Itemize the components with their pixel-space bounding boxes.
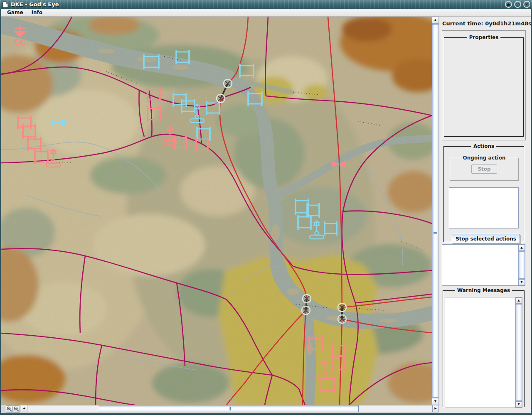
up-arrow-icon: ▲ — [517, 299, 520, 302]
properties-title: Properties — [467, 34, 501, 40]
window-document-icon — [2, 1, 8, 8]
stop-selected-actions-button[interactable]: Stop selected actions — [452, 234, 520, 243]
minimize-icon: ● — [507, 2, 510, 7]
maximize-icon: ○ — [516, 2, 520, 7]
scroll-up-button[interactable]: ▲ — [515, 297, 522, 304]
scroll-grip-icon — [228, 407, 231, 410]
menu-info[interactable]: Info — [28, 9, 46, 16]
up-arrow-icon: ▲ — [434, 19, 436, 22]
vertical-scroll-thumb[interactable] — [518, 251, 525, 279]
control-panel: Current time: 0y0d1h21m48s Properties Ac… — [439, 17, 531, 413]
horizontal-scroll-thumb[interactable] — [99, 405, 359, 412]
map-canvas: CC — [1, 17, 432, 405]
current-time-label: Current time: 0y0d1h21m48s — [442, 20, 532, 27]
scroll-up-button[interactable]: ▲ — [518, 245, 525, 251]
scroll-down-button[interactable]: ▼ — [518, 279, 525, 285]
map-viewport[interactable]: CC — [1, 17, 432, 405]
events-list-scrollbar[interactable]: ▲ ▼ — [518, 245, 525, 285]
scroll-up-button[interactable]: ▲ — [432, 17, 438, 24]
map-horizontal-scrollbar[interactable]: ◀ ▶ — [21, 405, 439, 412]
warnings-scrollbar[interactable]: ▲ ▼ — [515, 297, 522, 408]
up-arrow-icon: ▲ — [520, 246, 522, 249]
vertical-scroll-thumb[interactable] — [515, 304, 522, 401]
ongoing-action-title: Ongoing action — [461, 155, 508, 161]
actions-list[interactable] — [449, 187, 519, 228]
zoom-out-icon — [14, 406, 19, 412]
stop-button[interactable]: Stop — [471, 165, 497, 174]
zoom-in-button[interactable] — [6, 405, 13, 413]
down-arrow-icon: ▼ — [517, 403, 520, 406]
warning-messages-groupbox: Warning Messages ▲ ▼ — [443, 287, 525, 407]
menu-game[interactable]: Game — [4, 9, 27, 16]
vertical-scroll-thumb[interactable] — [432, 24, 438, 398]
scroll-grip-icon — [433, 232, 437, 236]
window-title: DKE - God's Eye — [11, 1, 59, 7]
map-bottom-bar: ◀ ▶ — [1, 405, 439, 413]
warning-messages-list[interactable]: ▲ ▼ — [445, 297, 522, 408]
actions-groupbox: Actions Ongoing action Stop Stop selecte… — [443, 143, 524, 242]
properties-groupbox: Properties — [444, 34, 524, 137]
ongoing-action-groupbox: Ongoing action Stop — [450, 155, 519, 181]
menu-bar: Game Info — [1, 9, 531, 17]
svg-text:CC: CC — [14, 37, 26, 47]
down-arrow-icon: ▼ — [434, 400, 436, 403]
zoom-out-button[interactable] — [13, 405, 20, 413]
right-arrow-icon: ▶ — [434, 407, 436, 410]
app-window: DKE - God's Eye ● ○ ✕ Game Info — [0, 0, 532, 415]
events-list[interactable]: ▲ ▼ — [442, 244, 525, 286]
title-bar[interactable]: DKE - God's Eye ● ○ ✕ — [0, 0, 532, 9]
properties-panel: Properties — [442, 30, 526, 140]
actions-title: Actions — [471, 143, 496, 149]
scroll-right-button[interactable]: ▶ — [432, 405, 438, 412]
scroll-down-button[interactable]: ▼ — [432, 398, 438, 405]
window-controls: ● ○ ✕ — [505, 1, 530, 8]
zoom-in-icon — [7, 406, 12, 412]
scroll-down-button[interactable]: ▼ — [515, 401, 522, 408]
scroll-left-button[interactable]: ◀ — [21, 405, 27, 412]
terrain-texture — [1, 17, 432, 405]
warning-messages-title: Warning Messages — [455, 287, 512, 293]
down-arrow-icon: ▼ — [520, 281, 522, 284]
close-button[interactable]: ✕ — [523, 1, 530, 8]
minimize-button[interactable]: ● — [505, 1, 512, 8]
close-icon: ✕ — [525, 2, 528, 7]
left-arrow-icon: ◀ — [23, 407, 25, 410]
map-vertical-scrollbar[interactable]: ▲ ▼ — [432, 17, 439, 405]
maximize-button[interactable]: ○ — [514, 1, 521, 8]
